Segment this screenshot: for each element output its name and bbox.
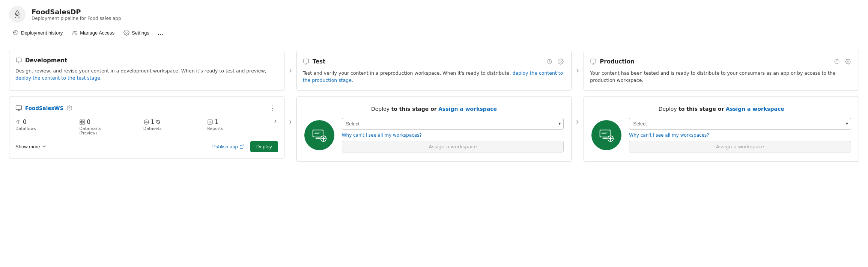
test-assign-workspace-link[interactable]: Assign a workspace xyxy=(438,106,497,112)
svg-rect-10 xyxy=(16,106,22,110)
right-arrow-icon xyxy=(287,68,293,74)
prod-workspace-select[interactable]: Select xyxy=(629,118,851,130)
app-header: FoodSalesDP Deployment pipeline for Food… xyxy=(0,0,868,26)
workspace-menu-button[interactable]: ⋮ xyxy=(268,103,278,113)
svg-point-2 xyxy=(73,31,75,32)
svg-rect-6 xyxy=(304,59,309,63)
svg-point-4 xyxy=(126,32,127,33)
main-content: Development Design, review, and revise y… xyxy=(0,43,868,169)
development-stage-title: Development xyxy=(25,57,67,64)
svg-point-11 xyxy=(69,107,70,109)
settings-button[interactable]: Settings xyxy=(120,27,153,38)
svg-point-16 xyxy=(144,120,149,121)
test-assign-workspace-button: Assign a workspace xyxy=(342,141,564,152)
people-icon xyxy=(72,30,78,36)
dataflows-label: Dataflows xyxy=(15,126,36,131)
svg-rect-14 xyxy=(80,122,82,124)
deploy-card-production: Deploy to this stage or Assign a workspa… xyxy=(584,97,859,162)
workspace-title-row: FoodSalesWS xyxy=(15,105,72,112)
stage-header-test: Test xyxy=(303,57,566,66)
development-deploy-link[interactable]: deploy the content to the test stage xyxy=(15,75,100,81)
test-deploy-link[interactable]: deploy the content to the production sta… xyxy=(303,70,563,83)
datamarts-icon xyxy=(79,119,85,125)
test-workspace-link[interactable]: Why can't I see all my workspaces? xyxy=(342,133,564,138)
content-row: FoodSalesWS ⋮ 0 xyxy=(9,97,859,162)
settings-icon-small xyxy=(558,59,564,65)
svg-rect-13 xyxy=(83,120,85,122)
svg-rect-22 xyxy=(315,139,321,139)
svg-rect-21 xyxy=(316,137,320,139)
app-subtitle: Deployment pipeline for Food sales app xyxy=(32,16,121,21)
svg-line-18 xyxy=(241,145,244,147)
content-right-arrow-icon xyxy=(287,119,293,125)
test-history-button[interactable] xyxy=(545,57,554,66)
workspace-header: FoodSalesWS ⋮ xyxy=(15,103,278,113)
dataflows-count: 0 xyxy=(23,119,27,125)
dataflows-icon xyxy=(15,119,21,125)
right-arrow-icon-2 xyxy=(575,68,581,74)
deploy-button[interactable]: Deploy xyxy=(250,141,278,152)
toolbar: Deployment history Manage Access Setting… xyxy=(0,26,868,43)
deploy-workspace-icon xyxy=(311,127,328,143)
production-stage-desc: Your content has been tested and is read… xyxy=(590,70,853,84)
stage-title-row-development: Development xyxy=(15,57,67,64)
show-more-button[interactable]: Show more xyxy=(15,142,47,151)
reports-count: 1 xyxy=(215,119,218,125)
test-select-wrapper: Select ▾ xyxy=(342,118,564,130)
workspace-icon xyxy=(15,105,22,112)
production-stage-icon xyxy=(590,58,597,65)
arrow-test-to-prod xyxy=(572,51,584,91)
svg-rect-30 xyxy=(603,137,607,139)
deploy-right-test: Select ▾ Why can't I see all my workspac… xyxy=(342,118,564,152)
stats-nav-arrow[interactable] xyxy=(271,119,278,124)
datasets-count: 1 xyxy=(151,119,155,125)
workspace-name[interactable]: FoodSalesWS xyxy=(25,105,63,111)
development-stage-icon xyxy=(15,57,22,64)
app-icon xyxy=(9,6,26,23)
workspace-card-development: FoodSalesWS ⋮ 0 xyxy=(9,97,284,158)
manage-access-button[interactable]: Manage Access xyxy=(68,27,118,38)
deploy-card-test-title: Deploy to this stage or Assign a workspa… xyxy=(371,106,497,112)
chevron-down-icon xyxy=(42,144,47,149)
prod-workspace-link[interactable]: Why can't I see all my workspaces? xyxy=(629,133,851,138)
stat-dataflows: 0 Dataflows xyxy=(15,119,79,131)
stat-datasets-row: 1 xyxy=(143,119,161,125)
content-arrow-1 xyxy=(284,97,296,125)
stage-card-development: Development Design, review, and revise y… xyxy=(9,51,284,91)
production-settings-button[interactable] xyxy=(844,57,853,66)
prod-assign-workspace-button: Assign a workspace xyxy=(629,141,851,152)
svg-rect-12 xyxy=(80,120,82,122)
stat-datamarts: 0 Datamarts (Preview) xyxy=(79,119,143,135)
external-link-icon xyxy=(239,144,244,149)
publish-app-button[interactable]: Publish app xyxy=(209,142,247,151)
test-stage-desc: Test and verify your content in a prepro… xyxy=(303,70,566,84)
svg-rect-8 xyxy=(591,59,596,63)
workspace-footer: Show more Publish app Deploy xyxy=(15,141,278,152)
svg-rect-5 xyxy=(16,58,21,62)
history-icon xyxy=(13,30,19,36)
stages-description-row: Development Design, review, and revise y… xyxy=(9,51,859,91)
refresh-icon xyxy=(156,119,161,124)
datamarts-count: 0 xyxy=(87,119,90,125)
stage-card-test: Test xyxy=(296,51,572,91)
production-stage-title: Production xyxy=(600,58,634,65)
production-history-button[interactable] xyxy=(832,57,841,66)
app-title-block: FoodSalesDP Deployment pipeline for Food… xyxy=(32,8,121,21)
deploy-workspace-icon-prod xyxy=(598,127,615,143)
deploy-icon-test xyxy=(304,120,334,150)
test-settings-button[interactable] xyxy=(556,57,565,66)
test-workspace-select[interactable]: Select xyxy=(342,118,564,130)
stat-reports-row: 1 xyxy=(207,119,218,125)
stat-datamarts-row: 0 xyxy=(79,119,90,125)
svg-point-0 xyxy=(17,14,18,15)
settings-icon xyxy=(123,30,129,36)
workspace-gear-icon[interactable] xyxy=(66,105,72,111)
history-icon-small xyxy=(546,59,552,65)
workspace-actions: Publish app Deploy xyxy=(209,141,278,152)
stat-dataflows-row: 0 xyxy=(15,119,27,125)
deployment-history-button[interactable]: Deployment history xyxy=(9,27,66,38)
more-options-button[interactable]: ... xyxy=(155,27,166,38)
prod-assign-workspace-link[interactable]: Assign a workspace xyxy=(726,106,784,112)
datasets-label: Datasets xyxy=(143,126,162,131)
datamarts-sublabel: (Preview) xyxy=(79,131,97,135)
